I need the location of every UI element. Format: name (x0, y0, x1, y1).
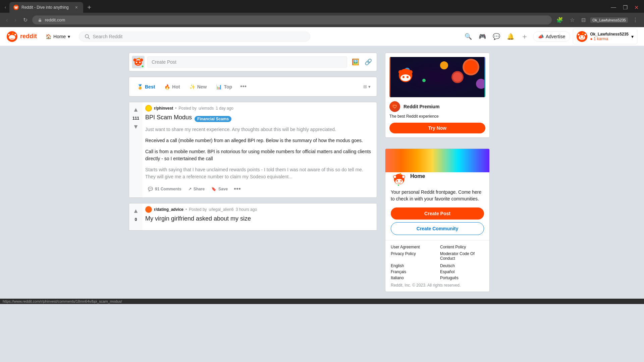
comments-count-1: 91 Comments (155, 187, 181, 191)
content-policy-link[interactable]: Content Policy (440, 245, 484, 249)
post-more-btn-1[interactable]: ••• (232, 183, 243, 195)
moderator-code-link[interactable]: Moderator Code Of Conduct (440, 251, 484, 261)
home-label: Home (53, 34, 66, 39)
gaming-icon-btn[interactable]: 🎮 (477, 31, 488, 42)
svg-point-42 (440, 61, 448, 69)
new-tab-button[interactable]: + (85, 3, 94, 12)
new-icon: ✨ (190, 84, 195, 89)
svg-rect-9 (39, 20, 41, 22)
home-desc: Your personal Reddit frontpage. Come her… (391, 189, 484, 202)
top-label: Top (224, 84, 232, 89)
forward-button[interactable]: › (12, 16, 18, 24)
svg-point-48 (402, 76, 405, 78)
lang-portugues[interactable]: Português (440, 276, 484, 280)
post-text-line4: Starts with saying that I have unclaimed… (145, 166, 374, 180)
search-bar[interactable]: Search Reddit (79, 32, 310, 42)
downvote-btn-1[interactable]: ▼ (131, 122, 140, 132)
lang-english[interactable]: English (391, 263, 435, 268)
vote-count-2: 0 (135, 217, 137, 222)
post-username-1[interactable]: u/emsds (199, 106, 214, 111)
home-chevron-icon: ▾ (68, 34, 70, 39)
address-bar[interactable]: reddit.com (32, 15, 552, 24)
user-agreement-link[interactable]: User Agreement (391, 245, 435, 249)
header-actions: 🔍 🎮 💬 🔔 ＋ 📣 Advertise (463, 29, 637, 44)
tab-close-btn[interactable]: × (74, 4, 79, 11)
privacy-policy-link[interactable]: Privacy Policy (391, 251, 435, 261)
extensions-icon[interactable]: 🧩 (554, 15, 565, 24)
svg-point-18 (12, 33, 13, 34)
post-meta-1: r/phinvest • Posted by u/emsds 1 day ago (145, 105, 374, 112)
add-icon-btn[interactable]: ＋ (519, 29, 530, 44)
tab-title-text: Reddit - Dive into anything (21, 5, 71, 10)
url-text: reddit.com (45, 17, 65, 22)
post-body-1: r/phinvest • Posted by u/emsds 1 day ago… (143, 102, 377, 197)
sort-more-btn[interactable]: ••• (237, 80, 249, 93)
phinvest-icon (145, 105, 152, 112)
bookmark-star-icon[interactable]: ☆ (568, 15, 577, 24)
maximize-btn[interactable]: ❐ (620, 3, 630, 12)
svg-point-23 (580, 36, 581, 38)
user-area[interactable]: Ok_Lawfulness5235 ● 1 karma ▾ (573, 29, 637, 44)
sort-new-btn[interactable]: ✨ New (185, 81, 211, 92)
svg-point-35 (133, 59, 137, 62)
sidebar-create-post-btn[interactable]: Create Post (391, 207, 484, 220)
post-text-preview-1: Just want to share my recent experience.… (145, 126, 374, 180)
vote-column-1: ▲ 111 ▼ (129, 102, 143, 197)
premium-card: 🛡 Reddit Premium The best Reddit experie… (385, 53, 490, 138)
create-post-input[interactable]: Create Post (147, 56, 347, 68)
chat-icon-btn[interactable]: 💬 (491, 31, 502, 42)
menu-icon[interactable]: ⋮ (631, 15, 640, 24)
share-btn-1[interactable]: ↗ Share (185, 185, 207, 193)
sort-top-btn[interactable]: 📊 Top (212, 81, 236, 92)
post-actions-1: 💬 91 Comments ↗ Share 🔖 Save (145, 183, 374, 195)
reddit-logo[interactable]: reddit (7, 31, 37, 42)
svg-point-59 (394, 176, 396, 178)
home-icon: 🏠 (46, 34, 51, 39)
premium-try-now-btn[interactable]: Try Now (389, 123, 485, 133)
lang-italiano[interactable]: Italiano (391, 276, 435, 280)
premium-header: 🛡 Reddit Premium (389, 101, 485, 112)
lock-icon (38, 18, 42, 22)
lang-francais[interactable]: Français (391, 269, 435, 274)
post-subreddit-2[interactable]: r/dating_advice (154, 207, 183, 212)
sort-hot-btn[interactable]: 🔥 Hot (160, 81, 184, 92)
post-username-2[interactable]: u/legal_alien6 (209, 207, 234, 212)
sort-best-btn[interactable]: 🏅 Best (133, 81, 159, 92)
share-icon-1: ↗ (188, 187, 192, 191)
create-post-avatar (132, 56, 145, 68)
sidebar-snoo (391, 170, 408, 186)
split-view-icon[interactable]: ⊟ (579, 15, 588, 24)
post-title-row-1: BPI Scam Modus Financial Scams (145, 114, 374, 124)
lang-espanol[interactable]: Español (440, 269, 484, 274)
minimize-btn[interactable]: — (608, 3, 619, 12)
active-tab[interactable]: Reddit - Dive into anything × (9, 2, 83, 13)
close-btn[interactable]: ✕ (632, 3, 641, 12)
post-title-row-2: My virgin girlfriend asked about my size (145, 215, 374, 225)
user-avatar-icon (577, 31, 587, 42)
top-icon: 📊 (216, 84, 222, 89)
comments-btn-1[interactable]: 💬 91 Comments (145, 185, 184, 193)
upvote-btn-2[interactable]: ▲ (131, 206, 140, 216)
post-body-2: r/dating_advice • Posted by u/legal_alie… (143, 203, 377, 230)
upvote-btn-1[interactable]: ▲ (131, 105, 140, 115)
lang-deutsch[interactable]: Deutsch (440, 263, 484, 268)
image-upload-btn[interactable]: 🖼️ (350, 56, 361, 68)
post-subreddit-1[interactable]: r/phinvest (154, 106, 173, 111)
link-btn[interactable]: 🔗 (363, 56, 374, 68)
post-card-2: ▲ 0 r/dating_advice • Posted by u/legal_… (129, 203, 377, 230)
back-button[interactable]: ‹ (4, 16, 10, 24)
advertise-btn[interactable]: 📣 Advertise (533, 32, 570, 42)
sidebar-create-community-btn[interactable]: Create Community (391, 222, 484, 235)
post-time-2: 3 hours ago (236, 207, 257, 212)
svg-point-24 (583, 36, 584, 38)
home-dropdown[interactable]: 🏠 Home ▾ (42, 32, 73, 41)
save-btn-1[interactable]: 🔖 Save (209, 185, 230, 193)
svg-point-15 (14, 34, 16, 36)
refresh-button[interactable]: ↻ (21, 15, 30, 24)
post-time-1: 1 day ago (216, 106, 233, 111)
view-toggle-btn[interactable]: ⊞ ▾ (361, 82, 373, 91)
notifications-btn[interactable]: 🔔 (505, 31, 516, 42)
popular-icon-btn[interactable]: 🔍 (463, 31, 474, 42)
svg-point-36 (139, 58, 140, 59)
tab-scroll-left[interactable]: ‹ (3, 4, 8, 11)
